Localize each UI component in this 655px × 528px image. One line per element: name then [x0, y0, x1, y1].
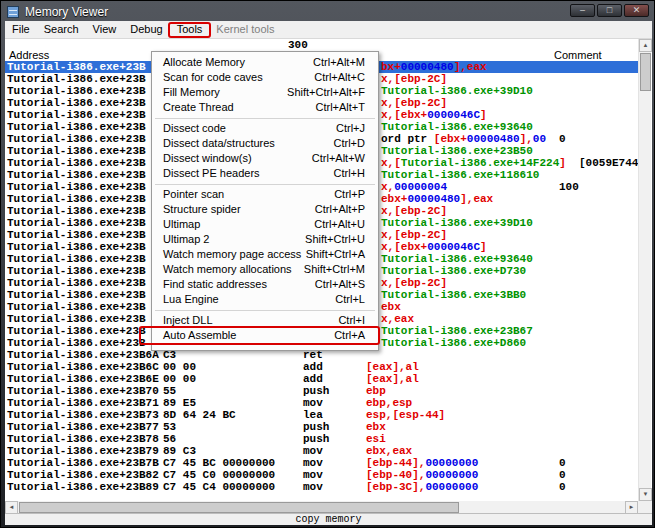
- row-operands: [ebp-40],00000000: [366, 469, 478, 481]
- menu-item-dissect-pe-headers[interactable]: Dissect PE headersCtrl+H: [153, 166, 377, 181]
- menu-item-ultimap-2[interactable]: Ultimap 2Shift+Ctrl+U: [153, 232, 377, 247]
- row-address: Tutorial-i386.exe+23B: [7, 169, 146, 181]
- operand-segment: [ebp-40],: [366, 469, 425, 481]
- menu-item-ultimap[interactable]: UltimapCtrl+Alt+U: [153, 217, 377, 232]
- menu-item-structure-spider[interactable]: Structure spiderCtrl+Alt+P: [153, 202, 377, 217]
- menu-item-watch-memory-allocations[interactable]: Watch memory allocationsShift+Ctrl+M: [153, 262, 377, 277]
- address-column-header[interactable]: Address: [9, 49, 49, 61]
- row-operands: [eax],al: [366, 373, 419, 385]
- caption-buttons: – □ ✕: [570, 4, 649, 17]
- row-address: Tutorial-i386.exe+23B: [7, 97, 146, 109]
- hscroll-thumb[interactable]: [19, 502, 459, 513]
- menu-item-shortcut: Ctrl+Alt+T: [315, 100, 365, 115]
- disasm-row[interactable]: Tutorial-i386.exe+23B7989 C3movebx,eax: [5, 445, 638, 457]
- menu-item-create-thread[interactable]: Create ThreadCtrl+Alt+T: [153, 100, 377, 115]
- menu-item-shortcut: Ctrl+Alt+C: [314, 70, 365, 85]
- operand-segment: ebp,esp: [366, 397, 412, 409]
- scroll-up-icon[interactable]: ▲: [639, 39, 652, 52]
- disasm-row[interactable]: Tutorial-i386.exe+23B738D 64 24 BCleaesp…: [5, 409, 638, 421]
- row-address: Tutorial-i386.exe+23B: [7, 193, 146, 205]
- menu-item-inject-dll[interactable]: Inject DLLCtrl+I: [153, 313, 377, 328]
- menu-item-dissect-code[interactable]: Dissect codeCtrl+J: [153, 121, 377, 136]
- operand-segment: [ebp-44],: [366, 457, 425, 469]
- menubar-item-tools[interactable]: Tools: [170, 21, 210, 38]
- operand-segment: bx+: [381, 61, 401, 73]
- disasm-row[interactable]: Tutorial-i386.exe+23B82C7 45 C0 00000000…: [5, 469, 638, 481]
- minimize-button[interactable]: –: [570, 4, 595, 17]
- scroll-down-icon[interactable]: ▼: [639, 488, 652, 501]
- menubar-item-debug[interactable]: Debug: [123, 21, 169, 38]
- row-address: Tutorial-i386.exe+23B89: [7, 481, 159, 493]
- operand-segment: 00: [533, 133, 546, 145]
- row-address: Tutorial-i386.exe+23B: [7, 253, 146, 265]
- vertical-scrollbar[interactable]: ▲ ▼: [638, 39, 651, 501]
- menu-item-dissect-window-s[interactable]: Dissect window(s)Ctrl+Alt+W: [153, 151, 377, 166]
- menu-item-pointer-scan[interactable]: Pointer scanCtrl+P: [153, 187, 377, 202]
- menu-item-fill-memory[interactable]: Fill MemoryShift+Ctrl+Alt+F: [153, 85, 377, 100]
- menubar-item-search[interactable]: Search: [37, 21, 86, 38]
- disasm-row[interactable]: Tutorial-i386.exe+23B7856pushesi: [5, 433, 638, 445]
- disasm-row[interactable]: Tutorial-i386.exe+23B89C7 45 C4 00000000…: [5, 481, 638, 493]
- titlebar[interactable]: Memory Viewer – □ ✕: [4, 3, 651, 20]
- row-operands: x,[ebp-2C]: [381, 73, 447, 85]
- vscroll-thumb[interactable]: [640, 53, 651, 91]
- menu-item-shortcut: Ctrl+Alt+M: [313, 55, 365, 70]
- operand-segment: x,[ebp-2C]: [381, 205, 447, 217]
- row-operands: x,[ebp-2C]: [381, 277, 447, 289]
- row-operands: Tutorial-i386.exe+D860: [381, 337, 526, 349]
- memory-viewer-window: Memory Viewer – □ ✕ FileSearchViewDebugT…: [0, 0, 655, 528]
- row-mnemonic: push: [303, 433, 329, 445]
- menubar-item-view[interactable]: View: [86, 21, 124, 38]
- row-address: Tutorial-i386.exe+23B: [7, 145, 146, 157]
- row-address: Tutorial-i386.exe+23B6E: [7, 373, 159, 385]
- disasm-row[interactable]: Tutorial-i386.exe+23B7189 E5movebp,esp: [5, 397, 638, 409]
- disasm-row[interactable]: Tutorial-i386.exe+23B6C00 00add[eax],al: [5, 361, 638, 373]
- operand-segment: Tutorial-i386.exe+118610: [381, 169, 539, 181]
- operand-segment: x,eax: [381, 313, 414, 325]
- disasm-row[interactable]: Tutorial-i386.exe+23B6E00 00add[eax],al: [5, 373, 638, 385]
- comment-column-header[interactable]: Comment: [554, 49, 602, 61]
- menu-item-label: Dissect code: [163, 121, 226, 136]
- disasm-row[interactable]: Tutorial-i386.exe+23B7055pushebp: [5, 385, 638, 397]
- disasm-row[interactable]: Tutorial-i386.exe+23B7753pushebx: [5, 421, 638, 433]
- close-button[interactable]: ✕: [624, 4, 649, 17]
- operand-segment: Tutorial-i386.exe+93640: [381, 253, 533, 265]
- row-address: Tutorial-i386.exe+23B73: [7, 409, 159, 421]
- menu-item-shortcut: Ctrl+A: [334, 328, 365, 343]
- menu-item-find-static-addresses[interactable]: Find static addressesCtrl+Alt+S: [153, 277, 377, 292]
- row-bytes: C7 45 BC 00000000: [163, 457, 275, 469]
- operand-segment: 0000046C: [427, 109, 480, 121]
- disasm-row[interactable]: Tutorial-i386.exe+23B7BC7 45 BC 00000000…: [5, 457, 638, 469]
- row-operands: [ebp-44],00000000: [366, 457, 478, 469]
- menu-item-shortcut: Ctrl+D: [334, 136, 365, 151]
- menu-item-label: Watch memory page access: [163, 247, 301, 262]
- row-operands: Tutorial-i386.exe+23B50: [381, 145, 533, 157]
- menu-item-dissect-data-structures[interactable]: Dissect data/structuresCtrl+D: [153, 136, 377, 151]
- row-operands: Tutorial-i386.exe+93640: [381, 121, 533, 133]
- menu-item-shortcut: Ctrl+Alt+S: [315, 277, 365, 292]
- menu-item-label: Dissect PE headers: [163, 166, 260, 181]
- row-address: Tutorial-i386.exe+23B6C: [7, 361, 159, 373]
- maximize-button[interactable]: □: [597, 4, 622, 17]
- menu-item-allocate-memory[interactable]: Allocate MemoryCtrl+Alt+M: [153, 55, 377, 70]
- operand-segment: ebx+: [381, 193, 407, 205]
- operand-segment: 00000480: [401, 61, 454, 73]
- menubar-item-file[interactable]: File: [5, 21, 37, 38]
- screenshot: Memory Viewer – □ ✕ FileSearchViewDebugT…: [0, 0, 655, 528]
- operand-segment: 00000480: [407, 193, 460, 205]
- operand-segment: Tutorial-i386.exe+39D10: [381, 217, 533, 229]
- operand-segment: ebx: [366, 421, 386, 433]
- operand-segment: eax: [467, 61, 487, 73]
- row-address: Tutorial-i386.exe+23B: [7, 133, 146, 145]
- menubar: FileSearchViewDebugToolsKernel tools: [5, 21, 652, 39]
- operand-segment: x,[ebx+: [381, 241, 427, 253]
- menu-item-watch-memory-page-access[interactable]: Watch memory page accessShift+Ctrl+A: [153, 247, 377, 262]
- menu-item-lua-engine[interactable]: Lua EngineCtrl+L: [153, 292, 377, 307]
- menu-item-label: Structure spider: [163, 202, 241, 217]
- menu-item-auto-assemble[interactable]: Auto AssembleCtrl+A: [153, 328, 377, 343]
- menu-item-scan-for-code-caves[interactable]: Scan for code cavesCtrl+Alt+C: [153, 70, 377, 85]
- row-address: Tutorial-i386.exe+23B: [7, 157, 146, 169]
- row-address: Tutorial-i386.exe+23B: [7, 73, 146, 85]
- row-mnemonic: add: [303, 373, 323, 385]
- row-operands: Tutorial-i386.exe+23B67: [381, 325, 533, 337]
